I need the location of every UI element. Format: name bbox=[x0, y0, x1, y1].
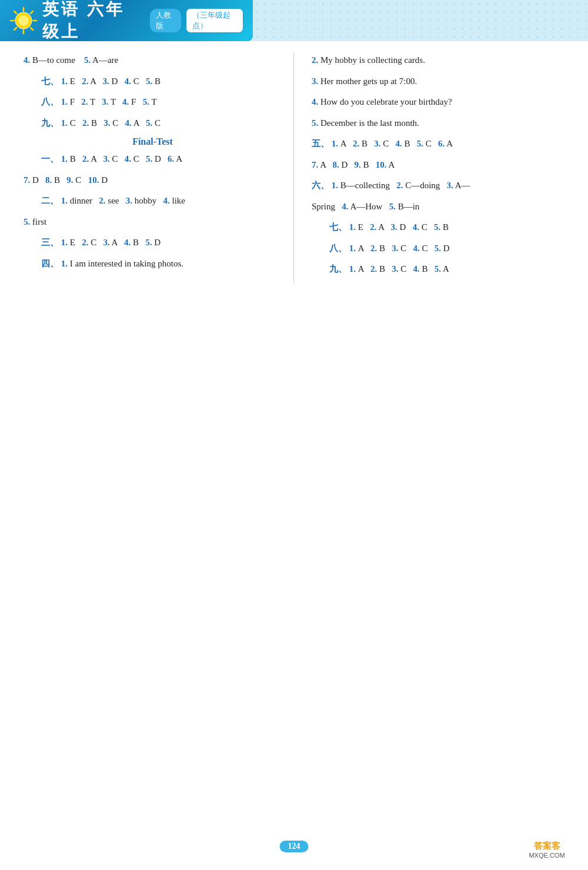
svg-line-6 bbox=[14, 11, 16, 14]
right-6b: Spring 4. A—How 5. B—in bbox=[312, 199, 564, 215]
right-6: 六、 1. B—collecting 2. C—doing 3. A— bbox=[312, 178, 564, 194]
svg-line-8 bbox=[31, 11, 33, 14]
watermark: 答案客 MXQE.COM bbox=[523, 841, 570, 864]
watermark-logo: 答案客 MXQE.COM bbox=[523, 841, 570, 864]
right-line-3: 3. Her mother gets up at 7:00. bbox=[312, 74, 564, 89]
header-area: 英语 六年级上 人教版 （三年级起点） bbox=[0, 0, 588, 41]
right-column: 2. My hobby is collecting cards. 3. Her … bbox=[294, 53, 564, 283]
left-line-8: 八、 1. F 2. T 3. T 4. F 5. T bbox=[24, 95, 282, 110]
header-subtitle: （三年级起点） bbox=[186, 8, 243, 33]
header-bar: 英语 六年级上 人教版 （三年级起点） bbox=[0, 0, 253, 41]
svg-line-7 bbox=[31, 28, 33, 30]
left-column: 4. B—to come 5. A—are 七、 1. E 2. A 3. D … bbox=[24, 53, 294, 283]
header-dots-decoration bbox=[253, 0, 588, 41]
left-line-1: 4. B—to come 5. A—are bbox=[24, 53, 282, 68]
left-ft-1: 一、 1. B 2. A 3. C 4. C 5. D 6. A bbox=[24, 152, 282, 167]
left-ft-2: 二、 1. dinner 2. see 3. hobby 4. like bbox=[24, 194, 282, 209]
right-line-4: 4. How do you celebrate your birthday? bbox=[312, 95, 564, 110]
header-title: 英语 六年级上 bbox=[42, 0, 143, 43]
left-line-7: 七、 1. E 2. A 3. D 4. C 5. B bbox=[24, 74, 282, 89]
watermark-url: MXQE.COM bbox=[529, 852, 564, 859]
left-ft-2b: 5. first bbox=[24, 215, 282, 230]
right-5: 五、 1. A 2. B 3. C 4. B 5. C 6. A bbox=[312, 136, 564, 152]
watermark-text: 答案客 bbox=[534, 841, 560, 852]
header-badge: 人教版 bbox=[150, 9, 181, 32]
left-line-9: 九、 1. C 2. B 3. C 4. A 5. C bbox=[24, 116, 282, 131]
left-ft-4: 四、 1. I am interested in taking photos. bbox=[24, 256, 282, 272]
right-5b: 7. A 8. D 9. B 10. A bbox=[312, 158, 564, 173]
final-test-title: Final-Test bbox=[24, 136, 282, 147]
right-line-5: 5. December is the last month. bbox=[312, 116, 564, 131]
right-8: 八、 1. A 2. B 3. C 4. C 5. D bbox=[312, 241, 564, 256]
right-line-2: 2. My hobby is collecting cards. bbox=[312, 53, 564, 68]
left-ft-3: 三、 1. E 2. C 3. A 4. B 5. D bbox=[24, 235, 282, 251]
right-7: 七、 1. E 2. A 3. D 4. C 5. B bbox=[312, 220, 564, 235]
page-number: 124 bbox=[280, 841, 309, 852]
svg-line-9 bbox=[14, 28, 16, 30]
sun-icon bbox=[9, 6, 38, 35]
main-content: 4. B—to come 5. A—are 七、 1. E 2. A 3. D … bbox=[0, 41, 588, 295]
svg-point-1 bbox=[18, 15, 29, 26]
right-9: 九、 1. A 2. B 3. C 4. B 5. A bbox=[312, 262, 564, 277]
left-ft-1b: 7. D 8. B 9. C 10. D bbox=[24, 173, 282, 188]
